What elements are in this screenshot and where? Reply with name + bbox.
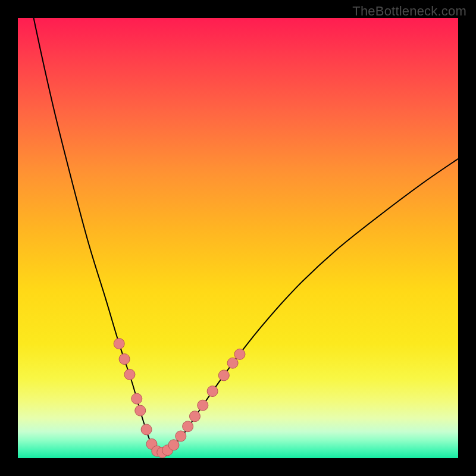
highlight-point	[114, 339, 124, 349]
watermark-text: TheBottleneck.com	[352, 4, 466, 19]
highlight-point	[234, 349, 245, 359]
highlight-points-group	[114, 339, 245, 458]
highlight-point	[131, 393, 142, 404]
highlight-point	[207, 386, 218, 397]
highlight-point	[168, 440, 179, 450]
plot-area	[18, 18, 458, 458]
highlight-point	[141, 424, 152, 435]
highlight-point	[135, 405, 146, 416]
highlight-point	[183, 421, 193, 432]
points-layer	[18, 18, 458, 458]
highlight-point	[198, 400, 208, 411]
highlight-point	[189, 411, 200, 422]
chart-frame: TheBottleneck.com	[0, 0, 476, 476]
highlight-point	[218, 370, 229, 381]
highlight-point	[227, 358, 238, 368]
highlight-point	[124, 369, 135, 380]
highlight-point	[119, 354, 130, 365]
highlight-point	[176, 431, 186, 441]
